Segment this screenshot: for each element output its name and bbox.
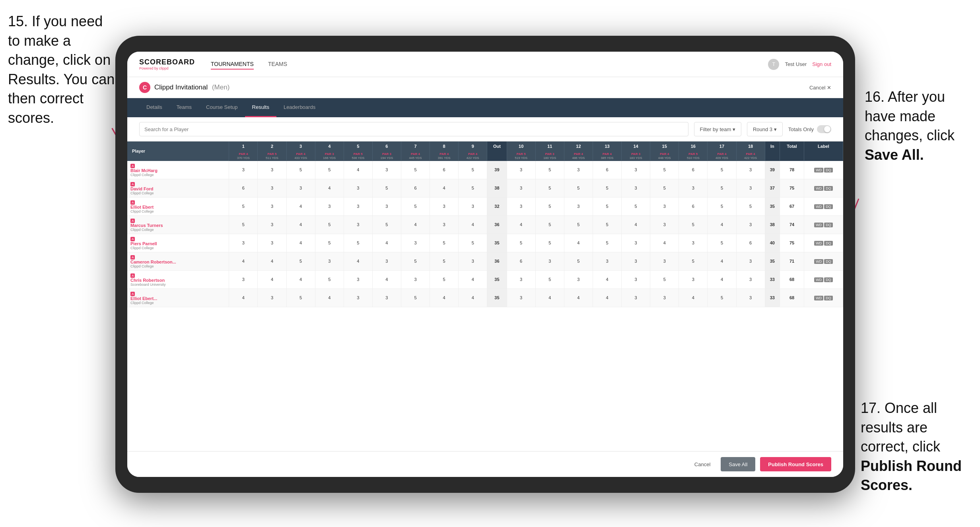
hole-13-score[interactable]: 5 [593, 215, 621, 234]
tab-details[interactable]: Details [139, 98, 169, 117]
hole-12-score[interactable]: 5 [564, 252, 593, 270]
label-wd[interactable]: WD [814, 241, 823, 246]
publish-round-scores-button[interactable]: Publish Round Scores [760, 457, 831, 471]
player-name[interactable]: Piers Parnell [130, 241, 227, 246]
hole-5-score[interactable]: 3 [344, 270, 372, 289]
hole-13-score[interactable]: 5 [593, 234, 621, 252]
hole-14-score[interactable]: 3 [622, 289, 650, 307]
score-labels[interactable]: WDDQ [804, 234, 843, 252]
hole-17-score[interactable]: 5 [708, 289, 736, 307]
save-all-button[interactable]: Save All [721, 457, 755, 471]
tab-leaderboards[interactable]: Leaderboards [276, 98, 323, 117]
hole-14-score[interactable]: 4 [622, 215, 650, 234]
label-dq[interactable]: DQ [824, 204, 833, 209]
hole-14-score[interactable]: 3 [622, 179, 650, 197]
hole-3-score[interactable]: 5 [286, 289, 315, 307]
hole-4-score[interactable]: 5 [315, 270, 344, 289]
hole-15-score[interactable]: 3 [650, 252, 679, 270]
hole-13-score[interactable]: 4 [593, 270, 621, 289]
hole-9-score[interactable]: 5 [459, 161, 487, 179]
hole-7-score[interactable]: 5 [401, 197, 430, 215]
hole-6-score[interactable]: 5 [372, 215, 401, 234]
hole-4-score[interactable]: 4 [315, 289, 344, 307]
hole-7-score[interactable]: 3 [401, 234, 430, 252]
hole-8-score[interactable]: 6 [430, 161, 459, 179]
hole-16-score[interactable]: 6 [679, 161, 708, 179]
hole-18-score[interactable]: 3 [736, 270, 765, 289]
hole-12-score[interactable]: 3 [564, 161, 593, 179]
hole-4-score[interactable]: 3 [315, 197, 344, 215]
hole-8-score[interactable]: 5 [430, 234, 459, 252]
hole-17-score[interactable]: 5 [708, 161, 736, 179]
hole-5-score[interactable]: 3 [344, 289, 372, 307]
hole-10-score[interactable]: 3 [507, 161, 535, 179]
hole-1-score[interactable]: 3 [229, 270, 258, 289]
hole-11-score[interactable]: 5 [535, 161, 564, 179]
hole-5-score[interactable]: 3 [344, 197, 372, 215]
hole-10-score[interactable]: 6 [507, 252, 535, 270]
hole-7-score[interactable]: 5 [401, 252, 430, 270]
hole-6-score[interactable]: 4 [372, 234, 401, 252]
hole-7-score[interactable]: 5 [401, 289, 430, 307]
hole-8-score[interactable]: 5 [430, 252, 459, 270]
label-dq[interactable]: DQ [824, 186, 833, 191]
score-labels[interactable]: WDDQ [804, 215, 843, 234]
tab-teams[interactable]: Teams [169, 98, 199, 117]
hole-2-score[interactable]: 3 [258, 234, 286, 252]
hole-2-score[interactable]: 3 [258, 197, 286, 215]
hole-4-score[interactable]: 3 [315, 252, 344, 270]
hole-15-score[interactable]: 5 [650, 270, 679, 289]
nav-teams[interactable]: TEAMS [268, 59, 287, 70]
tab-results[interactable]: Results [245, 98, 276, 117]
hole-3-score[interactable]: 4 [286, 215, 315, 234]
filter-by-team-button[interactable]: Filter by team ▾ [694, 122, 741, 136]
hole-13-score[interactable]: 5 [593, 179, 621, 197]
score-labels[interactable]: WDDQ [804, 270, 843, 289]
hole-10-score[interactable]: 3 [507, 289, 535, 307]
hole-4-score[interactable]: 4 [315, 179, 344, 197]
hole-15-score[interactable]: 3 [650, 289, 679, 307]
hole-12-score[interactable]: 3 [564, 197, 593, 215]
hole-15-score[interactable]: 3 [650, 215, 679, 234]
hole-14-score[interactable]: 3 [622, 234, 650, 252]
hole-11-score[interactable]: 5 [535, 215, 564, 234]
label-wd[interactable]: WD [814, 223, 823, 227]
hole-5-score[interactable]: 3 [344, 179, 372, 197]
hole-9-score[interactable]: 5 [459, 234, 487, 252]
hole-16-score[interactable]: 3 [679, 179, 708, 197]
hole-15-score[interactable]: 4 [650, 234, 679, 252]
hole-18-score[interactable]: 6 [736, 234, 765, 252]
hole-12-score[interactable]: 4 [564, 234, 593, 252]
hole-16-score[interactable]: 4 [679, 289, 708, 307]
hole-12-score[interactable]: 5 [564, 179, 593, 197]
player-name[interactable]: Chris Robertson [130, 278, 227, 283]
hole-11-score[interactable]: 5 [535, 179, 564, 197]
hole-9-score[interactable]: 4 [459, 270, 487, 289]
hole-11-score[interactable]: 5 [535, 234, 564, 252]
hole-6-score[interactable]: 3 [372, 252, 401, 270]
hole-3-score[interactable]: 4 [286, 270, 315, 289]
hole-6-score[interactable]: 3 [372, 161, 401, 179]
hole-18-score[interactable]: 5 [736, 197, 765, 215]
hole-2-score[interactable]: 3 [258, 215, 286, 234]
hole-1-score[interactable]: 6 [229, 179, 258, 197]
hole-16-score[interactable]: 3 [679, 234, 708, 252]
hole-16-score[interactable]: 5 [679, 215, 708, 234]
hole-7-score[interactable]: 4 [401, 215, 430, 234]
label-dq[interactable]: DQ [824, 277, 833, 282]
hole-11-score[interactable]: 3 [535, 252, 564, 270]
hole-7-score[interactable]: 5 [401, 161, 430, 179]
cancel-tournament-button[interactable]: Cancel ✕ [809, 85, 831, 91]
label-wd[interactable]: WD [814, 186, 823, 191]
hole-10-score[interactable]: 3 [507, 197, 535, 215]
label-dq[interactable]: DQ [824, 223, 833, 227]
label-wd[interactable]: WD [814, 277, 823, 282]
hole-18-score[interactable]: 3 [736, 289, 765, 307]
hole-1-score[interactable]: 5 [229, 197, 258, 215]
hole-8-score[interactable]: 3 [430, 215, 459, 234]
hole-17-score[interactable]: 4 [708, 215, 736, 234]
hole-15-score[interactable]: 3 [650, 197, 679, 215]
label-dq[interactable]: DQ [824, 168, 833, 172]
player-name[interactable]: Elliot Ebert [130, 205, 227, 209]
label-wd[interactable]: WD [814, 296, 823, 300]
